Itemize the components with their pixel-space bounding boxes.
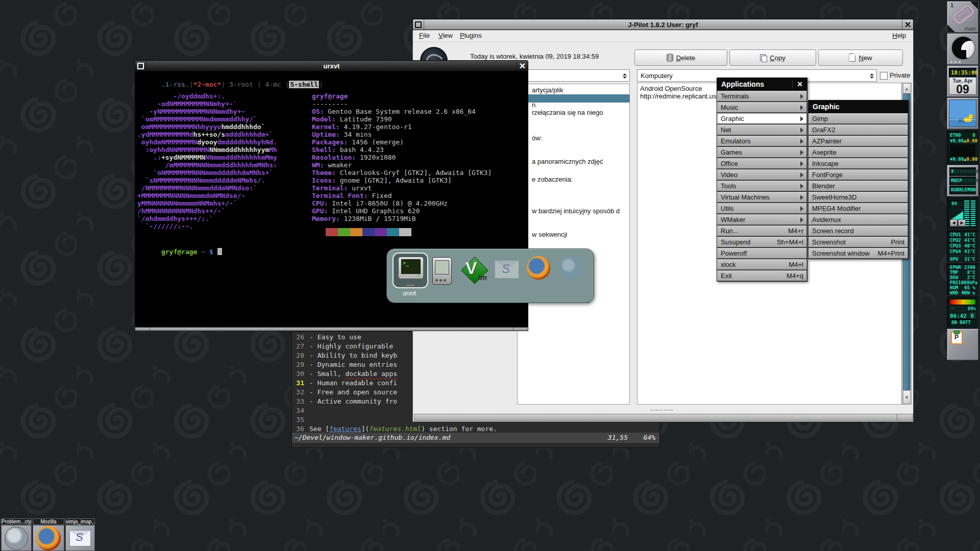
horizontal-scrollbar[interactable] (414, 414, 913, 421)
shell-prompt[interactable]: gryf@rage ~ $ (137, 240, 222, 263)
list-row[interactable]: w bardziej intuicyjny sposób d (532, 207, 620, 215)
workspace-clip[interactable]: 1 main (947, 1, 978, 33)
miniwindow-mail[interactable]: S (65, 525, 95, 551)
close-button[interactable]: ✕ (902, 19, 913, 30)
menu-item-terminals[interactable]: Terminals (717, 91, 807, 102)
switcher-selected-item[interactable]: >_ (393, 253, 428, 288)
private-checkbox[interactable] (880, 72, 888, 80)
clip-corner-tr[interactable] (970, 2, 978, 9)
delete-button[interactable]: Delete (634, 49, 727, 66)
menu-item-net[interactable]: Net (717, 124, 807, 135)
graphic-submenu-title[interactable]: Graphic (808, 101, 908, 113)
entry-line[interactable]: http://redmine.replicant.us/ (640, 92, 718, 100)
menu-item-run[interactable]: Run...M4+r (717, 226, 807, 236)
menu-item-exit[interactable]: ExitM4+q (717, 270, 807, 281)
weather-dockapp[interactable]: EPWR2300 TMP8°C DEW2°C PRS1009hPa HUM65 … (947, 263, 978, 295)
scroll-up-button[interactable]: ▲ (903, 83, 911, 94)
miniaturize-button[interactable] (135, 61, 146, 71)
battery-dockapp[interactable]: 89% 06:42 B ON BATT (947, 296, 978, 328)
mixer-dockapp[interactable]: 94 ◀ ▶ (947, 197, 978, 229)
menu-item-wmaker[interactable]: WMaker (717, 214, 807, 225)
tab-root[interactable]: 3-root (225, 81, 257, 88)
mail-icon[interactable]: S (495, 260, 519, 279)
menu-item-emulators[interactable]: Emulators (717, 136, 807, 146)
menu-item-music[interactable]: Music (717, 102, 807, 113)
menu-item-aseprite[interactable]: Aseprite (808, 147, 908, 158)
menu-close-icon[interactable]: ✕ (792, 80, 803, 88)
mixer-prev-button[interactable]: ◀ (950, 219, 958, 227)
temperature-dockapp[interactable]: CPU141°C CPU241°C CPU340°C CPU441°C GPU3… (947, 230, 978, 262)
firefox-icon[interactable] (527, 256, 550, 280)
menu-item-graphic[interactable]: Graphic (717, 113, 807, 124)
menu-item-gimp[interactable]: Gimp (808, 113, 908, 124)
scroll-down-button[interactable]: ▼ (903, 390, 911, 404)
miniwindow-firefox[interactable] (33, 525, 64, 551)
list-row[interactable]: e zobaczenia: (532, 176, 573, 183)
combo-spinner-icon[interactable] (622, 72, 627, 80)
menu-file[interactable]: File (419, 32, 430, 39)
new-button[interactable]: New (818, 49, 903, 66)
menu-item-avidemux[interactable]: Avidemux (808, 214, 908, 225)
bubblemon-dockapp[interactable]: 01 (947, 97, 978, 129)
applications-menu-title[interactable]: Applications ✕ (717, 78, 807, 90)
miniwindow-problem[interactable] (1, 525, 32, 551)
menu-item-azpainter[interactable]: AZPainter (808, 136, 908, 146)
menu-item-grafx2[interactable]: GraFX2 (808, 124, 908, 135)
menu-item-video[interactable]: Video (717, 169, 807, 180)
list-row[interactable]: n (532, 101, 535, 109)
clip-corner-bl[interactable] (947, 24, 955, 32)
vim-icon[interactable]: V im (461, 257, 487, 283)
list-row[interactable]: a panoramicznych zdjęć (532, 158, 603, 165)
terminal-resizebar[interactable] (135, 327, 528, 331)
calendar-clock-dock[interactable]: 18:35:00 Tue, Apr 09 (947, 65, 978, 97)
network-monitor-dockapp[interactable]: ETH0B ▼0.00▲0.00 ▼0.00▲0.00 (947, 131, 978, 164)
tab-shell-active[interactable]: 5-shell (289, 81, 319, 88)
menu-item-fontforge[interactable]: FontForge (808, 169, 908, 180)
menu-item-blender[interactable]: Blender (808, 181, 908, 191)
globe-icon[interactable] (559, 257, 582, 279)
jpilot-palm-icon[interactable] (432, 257, 452, 285)
menu-plugins[interactable]: Plugins (460, 32, 482, 39)
menu-item-tools[interactable]: Tools (717, 181, 807, 191)
combo-spinner-icon[interactable] (869, 72, 874, 80)
vim-line: - Dynamic menu entries (309, 360, 397, 369)
menu-item-screen-record[interactable]: Screen record (808, 226, 908, 236)
neofetch-info: gryf@rage --------- OS: Gentoo Base Syst… (312, 92, 492, 222)
menu-item-screenshot-window[interactable]: Screenshot windowM4+Print (808, 248, 908, 259)
menu-item-poweroff[interactable]: Poweroff (717, 248, 807, 259)
menu-item-screenshot[interactable]: ScreenshotPrint (808, 237, 908, 247)
copy-button[interactable]: Copy (729, 49, 816, 66)
list-row[interactable]: rzełączania się na niego (532, 109, 603, 116)
miniaturize-button[interactable] (413, 19, 424, 30)
menu-item-virtual-machines[interactable]: Virtual Machines (717, 192, 807, 203)
lcd-status-dockapp[interactable]: 8888888888 X 8888888888 MOCP BUBBLEMON (947, 165, 978, 196)
tab-rss[interactable]: .1-rss. (161, 81, 189, 88)
menu-item-office[interactable]: Office (717, 158, 807, 169)
menu-item-suspend[interactable]: SusupendSh+M4+l (717, 237, 807, 247)
menu-item-games[interactable]: Games (717, 147, 807, 158)
tab-mc[interactable]: 4-mc (261, 81, 285, 88)
menu-item-inkscape[interactable]: Inkscape (808, 158, 908, 169)
moon-phase-dockapp[interactable] (947, 33, 978, 65)
menu-help[interactable]: Help (892, 32, 906, 39)
jpilot-titlebar[interactable]: J-Pilot 1.8.2 User: gryf ✕ (412, 19, 914, 30)
vim-scroll-percent: 64% (644, 433, 655, 443)
list-row[interactable]: ów: (532, 134, 542, 142)
list-row[interactable]: w sekwencji (532, 231, 567, 238)
menu-item-sweethome3d[interactable]: SweetHome3D (808, 192, 908, 203)
terminal-titlebar[interactable]: urxvt ✕ (135, 60, 528, 71)
switcher-selected-label: urxvt (393, 290, 426, 297)
menu-item-mpeg4-modifier[interactable]: MPEG4 Modifier (808, 203, 908, 214)
category-combo-left[interactable] (517, 69, 630, 82)
left-pane-list[interactable]: artycja/plik n rzełączania się na niego … (517, 84, 630, 405)
mixer-next-button[interactable]: ▶ (958, 219, 966, 227)
docked-app-tile[interactable]: P (947, 329, 978, 360)
menu-view[interactable]: View (438, 32, 453, 39)
menu-item-utils[interactable]: Utils (717, 203, 807, 214)
tab-moc[interactable]: *2-moc* (193, 81, 222, 88)
private-label: Private (890, 71, 910, 79)
entry-line[interactable]: Android OpenSource (640, 85, 702, 92)
shortcut-label: Sh+M4+l (777, 238, 803, 246)
close-button[interactable]: ✕ (517, 61, 528, 71)
menu-item-xlock[interactable]: xlockM4+l (717, 259, 807, 270)
